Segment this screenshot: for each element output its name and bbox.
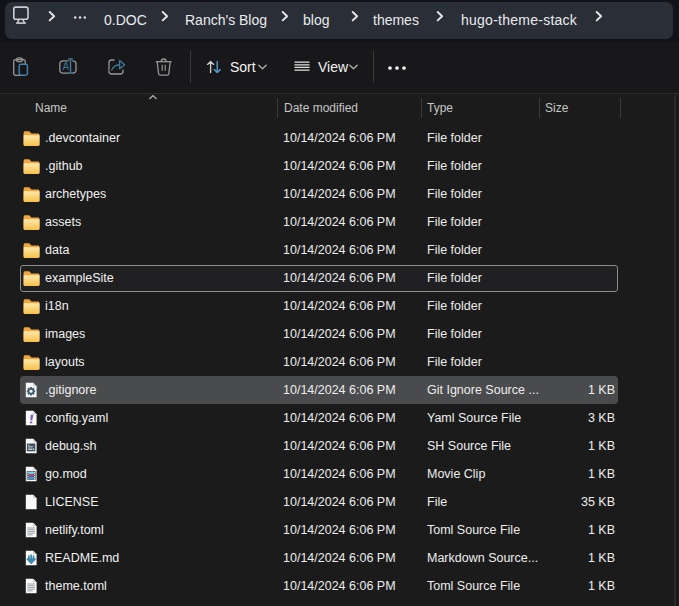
svg-text:A: A (63, 61, 70, 72)
